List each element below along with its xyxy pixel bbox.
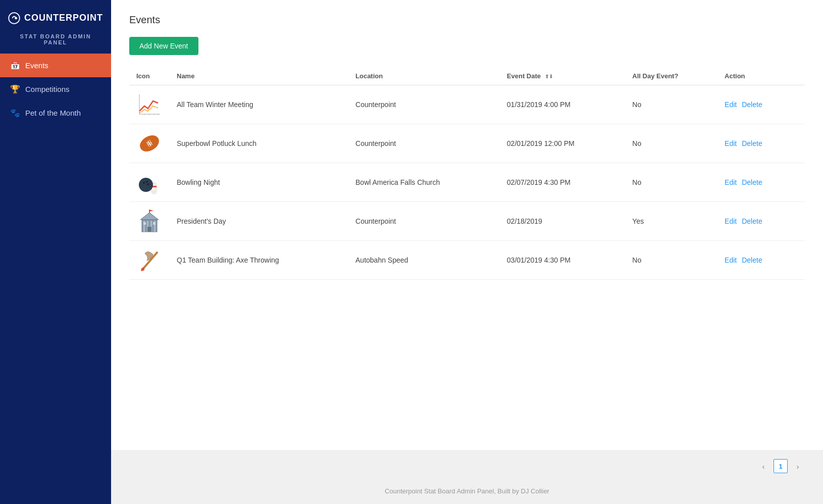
table-row: All Team Winter MeetingCounterpoint01/31…	[129, 85, 805, 124]
event-action: EditDelete	[717, 163, 805, 202]
svg-rect-29	[147, 227, 151, 232]
event-date: 02/01/2019 12:00 PM	[500, 124, 626, 163]
col-header-location: Location	[348, 67, 500, 85]
event-location: Counterpoint	[348, 85, 500, 124]
add-new-event-button[interactable]: Add New Event	[129, 37, 198, 55]
event-location: Counterpoint	[348, 124, 500, 163]
sidebar-logo: COUNTERPOINT	[0, 0, 111, 32]
delete-link[interactable]: Delete	[742, 178, 762, 186]
logo-text: COUNTERPOINT	[24, 13, 103, 23]
sidebar-subtitle: STAT BOARD ADMIN PANEL	[0, 32, 111, 54]
event-icon	[136, 208, 163, 234]
svg-point-22	[146, 181, 148, 183]
event-location: Counterpoint	[348, 202, 500, 241]
event-icon	[136, 247, 163, 273]
event-icon-cell	[129, 241, 170, 280]
svg-point-36	[141, 268, 144, 271]
svg-point-1	[15, 17, 17, 20]
event-action: EditDelete	[717, 85, 805, 124]
table-header-row: Icon Name Location Event Date ⬆⬇ All Day…	[129, 67, 805, 85]
sidebar-item-pet-of-month[interactable]: 🐾 Pet of the Month	[0, 101, 111, 125]
svg-point-0	[9, 13, 20, 24]
delete-link[interactable]: Delete	[742, 256, 762, 264]
col-header-icon: Icon	[129, 67, 170, 85]
delete-link[interactable]: Delete	[742, 217, 762, 225]
sidebar-item-pet-label: Pet of the Month	[25, 109, 81, 117]
edit-link[interactable]: Edit	[725, 100, 737, 109]
event-date: 02/07/2019 4:30 PM	[500, 163, 626, 202]
event-all-day: No	[625, 124, 717, 163]
pagination-page-1[interactable]: 1	[774, 459, 788, 473]
event-name: All Team Winter Meeting	[170, 85, 348, 124]
event-name: Bowling Night	[170, 163, 348, 202]
edit-link[interactable]: Edit	[725, 256, 737, 264]
svg-rect-2	[138, 93, 161, 116]
event-action: EditDelete	[717, 124, 805, 163]
svg-rect-33	[143, 222, 146, 225]
pagination: ‹ 1 ›	[111, 450, 823, 478]
col-header-event-date[interactable]: Event Date ⬆⬇	[500, 67, 626, 85]
event-icon	[136, 91, 163, 118]
sidebar: COUNTERPOINT STAT BOARD ADMIN PANEL 📅 Ev…	[0, 0, 111, 504]
event-action: EditDelete	[717, 241, 805, 280]
event-icon-cell	[129, 202, 170, 241]
svg-rect-34	[153, 222, 156, 225]
event-icon	[136, 130, 163, 157]
logo-icon	[8, 9, 20, 27]
sidebar-item-competitions-label: Competitions	[25, 85, 70, 93]
table-row: Q1 Team Building: Axe ThrowingAutobahn S…	[129, 241, 805, 280]
svg-marker-30	[140, 213, 159, 220]
main-content: Events Add New Event Icon Name Location …	[111, 0, 823, 504]
events-table-body: All Team Winter MeetingCounterpoint01/31…	[129, 85, 805, 280]
paw-icon: 🐾	[10, 108, 20, 118]
sidebar-item-competitions[interactable]: 🏆 Competitions	[0, 77, 111, 101]
event-name: President's Day	[170, 202, 348, 241]
events-table: Icon Name Location Event Date ⬆⬇ All Day…	[129, 67, 805, 280]
pagination-prev[interactable]: ‹	[756, 459, 770, 473]
edit-link[interactable]: Edit	[725, 217, 737, 225]
table-row: Bowling NightBowl America Falls Church02…	[129, 163, 805, 202]
event-date: 01/31/2019 4:00 PM	[500, 85, 626, 124]
event-all-day: No	[625, 241, 717, 280]
event-icon-cell	[129, 124, 170, 163]
event-location: Bowl America Falls Church	[348, 163, 500, 202]
calendar-icon: 📅	[10, 61, 20, 70]
table-row: Superbowl Potluck LunchCounterpoint02/01…	[129, 124, 805, 163]
col-header-name: Name	[170, 67, 348, 85]
event-action: EditDelete	[717, 202, 805, 241]
delete-link[interactable]: Delete	[742, 139, 762, 147]
event-icon-cell	[129, 163, 170, 202]
svg-point-23	[147, 183, 149, 185]
event-icon-cell	[129, 85, 170, 124]
event-all-day: Yes	[625, 202, 717, 241]
edit-link[interactable]: Edit	[725, 139, 737, 147]
content-area: Events Add New Event Icon Name Location …	[111, 0, 823, 450]
page-title: Events	[129, 14, 805, 26]
event-date: 03/01/2019 4:30 PM	[500, 241, 626, 280]
event-name: Q1 Team Building: Axe Throwing	[170, 241, 348, 280]
event-icon	[136, 169, 163, 195]
edit-link[interactable]: Edit	[725, 178, 737, 186]
sidebar-item-events[interactable]: 📅 Events	[0, 54, 111, 77]
footer: Counterpoint Stat Board Admin Panel, Bui…	[111, 478, 823, 504]
event-all-day: No	[625, 85, 717, 124]
trophy-icon: 🏆	[10, 84, 20, 94]
table-row: President's DayCounterpoint02/18/2019Yes…	[129, 202, 805, 241]
svg-marker-32	[149, 210, 153, 212]
sidebar-item-events-label: Events	[25, 61, 48, 70]
svg-point-20	[139, 178, 153, 192]
delete-link[interactable]: Delete	[742, 100, 762, 109]
event-name: Superbowl Potluck Lunch	[170, 124, 348, 163]
event-date: 02/18/2019	[500, 202, 626, 241]
col-header-action: Action	[717, 67, 805, 85]
event-date-label: Event Date	[507, 72, 541, 80]
svg-point-21	[143, 182, 145, 184]
pagination-next[interactable]: ›	[791, 459, 805, 473]
col-header-all-day: All Day Event?	[625, 67, 717, 85]
event-location: Autobahn Speed	[348, 241, 500, 280]
sort-icon: ⬆⬇	[545, 74, 553, 79]
event-all-day: No	[625, 163, 717, 202]
